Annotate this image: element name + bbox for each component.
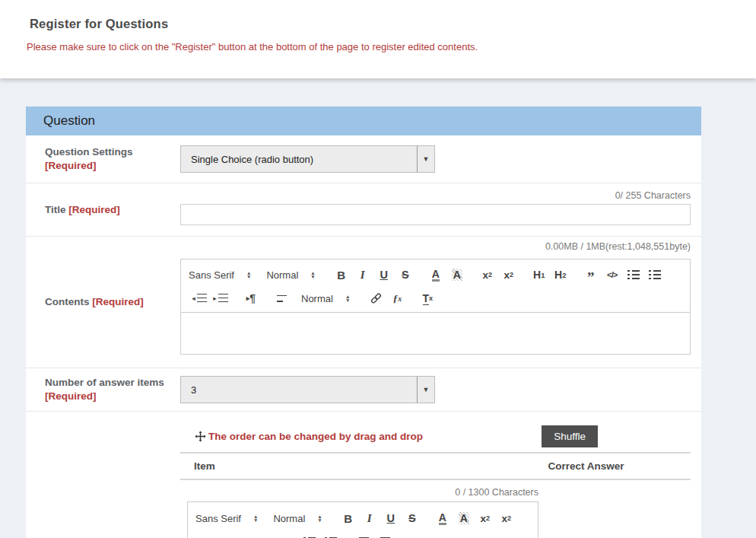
- item-editor: Sans Serif ▲▼ Normal ▲▼ B: [187, 501, 538, 538]
- shuffle-button[interactable]: Shuffle: [542, 425, 598, 447]
- bullet-list-icon[interactable]: [320, 533, 341, 538]
- outdent-icon[interactable]: ◂: [189, 289, 210, 307]
- chevron-down-icon[interactable]: ▼: [417, 377, 434, 403]
- register-reminder-note: Please make sure to click on the "Regist…: [27, 41, 756, 53]
- correct-answer-column-header: Correct Answer: [481, 460, 691, 472]
- question-settings-label: Question Settings: [45, 146, 133, 158]
- header-2-icon[interactable]: H2: [550, 266, 571, 284]
- indent-icon[interactable]: ▸: [372, 533, 393, 538]
- font-picker[interactable]: Sans Serif ▲▼: [195, 513, 258, 524]
- italic-icon[interactable]: I: [352, 266, 373, 284]
- divider: [180, 479, 691, 480]
- question-settings-row: Question Settings [Required] Single Choi…: [26, 135, 701, 183]
- text-direction-icon[interactable]: ▸¶: [240, 289, 262, 307]
- font-picker-label: Sans Serif: [195, 513, 241, 524]
- code-block-icon[interactable]: </>: [268, 533, 290, 538]
- title-input[interactable]: [180, 204, 691, 225]
- page-title: Register for Questions: [0, 0, 756, 31]
- title-label: Title: [45, 204, 66, 215]
- line-height-picker-label: Normal: [301, 293, 333, 304]
- picker-arrows-icon: ▲▼: [317, 514, 322, 522]
- question-settings-required-badge: [Required]: [45, 160, 97, 171]
- header-2-icon[interactable]: H2: [217, 533, 238, 538]
- subscript-icon[interactable]: x2: [475, 509, 496, 527]
- item-char-counter: 0 / 1300 Characters: [187, 487, 538, 498]
- title-char-counter: 0/ 255 Characters: [180, 190, 691, 201]
- question-settings-label-cell: Question Settings [Required]: [26, 135, 180, 183]
- code-block-icon[interactable]: </>: [602, 266, 623, 284]
- contents-size-counter: 0.00MB / 1MB(rest:1,048,551byte): [180, 241, 691, 252]
- strikethrough-icon[interactable]: S: [395, 266, 416, 284]
- question-panel: Question Question Settings [Required] Si…: [26, 107, 701, 538]
- picker-arrows-icon: ▲▼: [345, 294, 350, 302]
- heading-picker-label: Normal: [266, 269, 298, 281]
- subscript-icon[interactable]: x2: [477, 266, 498, 284]
- clear-formatting-icon[interactable]: Tx: [417, 289, 438, 307]
- blockquote-icon[interactable]: ”: [247, 533, 268, 538]
- superscript-icon[interactable]: x2: [498, 266, 519, 284]
- line-height-picker[interactable]: Normal ▲▼: [301, 293, 350, 304]
- text-color-icon[interactable]: A: [432, 509, 453, 527]
- answer-item-row: 0 / 1300 Characters Sans Serif ▲▼ Normal: [187, 487, 538, 538]
- answer-count-label: Number of answer items: [45, 377, 164, 388]
- background-color-icon[interactable]: A: [453, 509, 475, 527]
- text-color-icon[interactable]: A: [425, 266, 446, 284]
- background-color-icon[interactable]: A: [446, 266, 468, 284]
- header-1-icon[interactable]: H1: [195, 533, 217, 538]
- text-direction-icon[interactable]: ▸¶: [402, 533, 424, 538]
- font-picker-label: Sans Serif: [189, 269, 234, 281]
- answer-table-header: Item Correct Answer: [180, 454, 691, 479]
- answer-count-row: Number of answer items [Required] 3 ▼: [26, 368, 701, 412]
- underline-icon[interactable]: U: [373, 266, 395, 284]
- align-icon[interactable]: [271, 289, 292, 307]
- heading-picker-label: Normal: [273, 513, 305, 524]
- contents-required-badge: [Required]: [92, 296, 144, 307]
- bullet-list-icon[interactable]: [644, 266, 665, 284]
- answer-count-required-badge: [Required]: [45, 390, 97, 402]
- title-required-badge: [Required]: [68, 204, 120, 215]
- answer-items-label-cell: [26, 412, 180, 538]
- underline-icon[interactable]: U: [380, 509, 402, 527]
- drag-hint-text: The order can be changed by drag and dro…: [208, 431, 423, 442]
- strikethrough-icon[interactable]: S: [402, 509, 423, 527]
- chevron-down-icon[interactable]: ▼: [417, 146, 434, 172]
- italic-icon[interactable]: I: [359, 509, 380, 527]
- item-column-header: Item: [180, 460, 481, 472]
- title-row: Title [Required] 0/ 255 Characters: [26, 183, 701, 237]
- formula-icon[interactable]: ƒx: [386, 289, 408, 307]
- answer-count-label-cell: Number of answer items [Required]: [26, 368, 180, 411]
- ordered-list-icon[interactable]: [299, 533, 320, 538]
- answer-items-section: The order can be changed by drag and dro…: [26, 412, 701, 538]
- question-section-header: Question: [26, 107, 701, 135]
- title-label-cell: Title [Required]: [26, 183, 180, 236]
- blockquote-icon[interactable]: ”: [580, 266, 602, 284]
- picker-arrows-icon: ▲▼: [253, 514, 258, 522]
- heading-picker[interactable]: Normal ▲▼: [273, 513, 322, 524]
- font-picker[interactable]: Sans Serif ▲▼: [189, 269, 251, 281]
- bold-icon[interactable]: B: [331, 266, 352, 284]
- question-type-select[interactable]: Single Choice (radio button) ▼: [180, 145, 435, 173]
- question-type-selected-value: Single Choice (radio button): [181, 146, 417, 172]
- contents-label: Contents: [45, 296, 90, 307]
- drag-hint-row: The order can be changed by drag and dro…: [180, 425, 691, 447]
- answer-count-selected-value: 3: [181, 377, 417, 403]
- indent-icon[interactable]: ▸: [210, 289, 231, 307]
- contents-editor-toolbar: Sans Serif ▲▼ Normal ▲▼ B I: [180, 259, 691, 313]
- contents-editor: Sans Serif ▲▼ Normal ▲▼ B I: [180, 259, 691, 355]
- bold-icon[interactable]: B: [338, 509, 359, 527]
- move-icon[interactable]: [195, 431, 206, 442]
- superscript-icon[interactable]: x2: [496, 509, 517, 527]
- link-icon[interactable]: [365, 289, 386, 307]
- contents-label-cell: Contents [Required]: [26, 237, 180, 368]
- ordered-list-icon[interactable]: [623, 266, 644, 284]
- answer-count-select[interactable]: 3 ▼: [180, 376, 435, 403]
- top-header: Register for Questions Please make sure …: [0, 0, 756, 78]
- contents-row: Contents [Required] 0.00MB / 1MB(rest:1,…: [26, 237, 701, 368]
- picker-arrows-icon: ▲▼: [310, 271, 315, 279]
- outdent-icon[interactable]: ◂: [351, 533, 372, 538]
- heading-picker[interactable]: Normal ▲▼: [266, 269, 315, 281]
- contents-editor-textarea[interactable]: [180, 313, 691, 355]
- section-title: Question: [43, 113, 95, 129]
- picker-arrows-icon: ▲▼: [246, 271, 251, 279]
- header-1-icon[interactable]: H1: [529, 266, 550, 284]
